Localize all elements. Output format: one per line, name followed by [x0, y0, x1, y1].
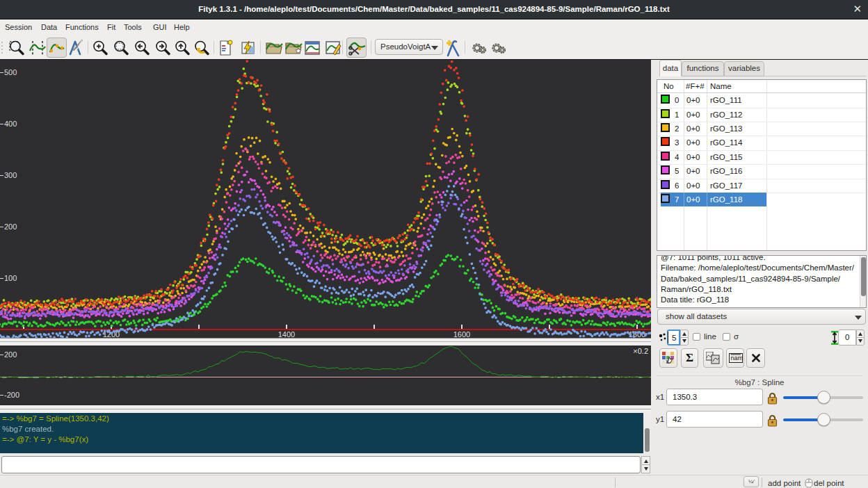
- svg-text:nam: nam: [731, 355, 744, 361]
